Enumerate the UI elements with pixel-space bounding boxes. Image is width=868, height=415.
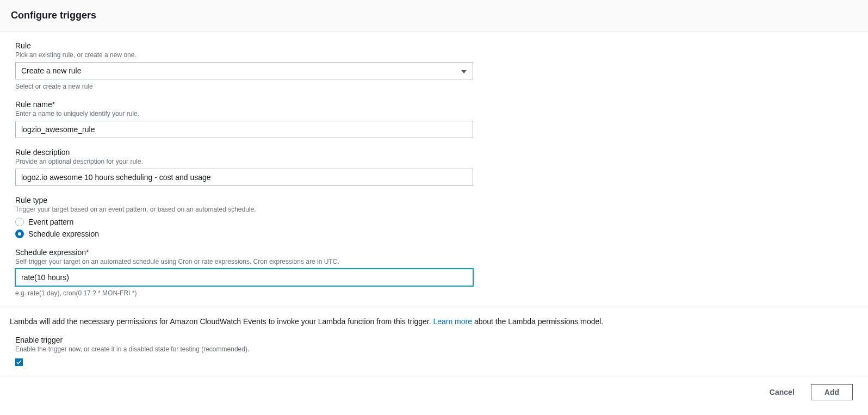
rule-name-label: Rule name*: [15, 100, 853, 109]
radio-schedule-expression-label: Schedule expression: [28, 230, 99, 238]
permissions-info-section: Lambda will add the necessary permission…: [0, 317, 868, 326]
cancel-button[interactable]: Cancel: [764, 385, 800, 400]
add-button[interactable]: Add: [811, 384, 853, 400]
radio-event-pattern[interactable]: Event pattern: [15, 218, 853, 226]
enable-trigger-hint: Enable the trigger now, or create it in …: [15, 345, 853, 353]
rule-type-label: Rule type: [15, 196, 853, 205]
field-rule: Rule Pick an existing rule, or create a …: [15, 41, 853, 90]
schedule-expression-input[interactable]: [15, 269, 473, 286]
enable-trigger-label: Enable trigger: [15, 336, 853, 344]
rule-description-label: Rule description: [15, 148, 853, 157]
rule-hint: Pick an existing rule, or create a new o…: [15, 51, 853, 59]
schedule-expression-example: e.g. rate(1 day), cron(0 17 ? * MON-FRI …: [15, 289, 853, 297]
field-rule-type: Rule type Trigger your target based on a…: [15, 196, 853, 238]
rule-label: Rule: [15, 41, 853, 50]
enable-trigger-checkbox[interactable]: [15, 358, 23, 366]
rule-select-wrapper: Create a new rule: [15, 62, 473, 79]
rule-select-value: Create a new rule: [21, 66, 82, 75]
rule-description-hint: Provide an optional description for your…: [15, 158, 853, 165]
radio-icon: [15, 218, 24, 226]
radio-event-pattern-label: Event pattern: [28, 218, 73, 226]
enable-trigger-checkbox-wrap: [15, 357, 853, 366]
enable-trigger-area: Enable trigger Enable the trigger now, o…: [0, 326, 868, 366]
field-schedule-expression: Schedule expression* Self-trigger your t…: [15, 248, 853, 297]
field-enable-trigger: Enable trigger Enable the trigger now, o…: [15, 336, 853, 366]
page-title: Configure triggers: [11, 10, 857, 21]
rule-name-input[interactable]: [15, 121, 473, 138]
field-rule-name: Rule name* Enter a name to uniquely iden…: [15, 100, 853, 138]
permissions-info: Lambda will add the necessary permission…: [10, 317, 858, 326]
form-area: Rule Pick an existing rule, or create a …: [0, 32, 868, 297]
rule-type-hint: Trigger your target based on an event pa…: [15, 206, 853, 213]
rule-select[interactable]: Create a new rule: [15, 62, 473, 79]
schedule-expression-hint: Self-trigger your target on an automated…: [15, 258, 853, 265]
check-icon: [16, 360, 22, 364]
rule-description-input[interactable]: [15, 169, 473, 186]
divider: [0, 307, 868, 307]
rule-bottom-hint: Select or create a new rule: [15, 83, 853, 90]
field-rule-description: Rule description Provide an optional des…: [15, 148, 853, 186]
radio-icon: [15, 230, 24, 238]
rule-type-radio-group: Event pattern Schedule expression: [15, 218, 853, 238]
permissions-info-prefix: Lambda will add the necessary permission…: [10, 317, 433, 326]
permissions-info-suffix: about the Lambda permissions model.: [472, 317, 603, 326]
learn-more-link[interactable]: Learn more: [433, 317, 472, 326]
footer: Cancel Add: [0, 376, 868, 408]
rule-name-hint: Enter a name to uniquely identify your r…: [15, 110, 853, 117]
radio-schedule-expression[interactable]: Schedule expression: [15, 230, 853, 238]
schedule-expression-label: Schedule expression*: [15, 248, 853, 257]
page-header: Configure triggers: [0, 0, 868, 32]
